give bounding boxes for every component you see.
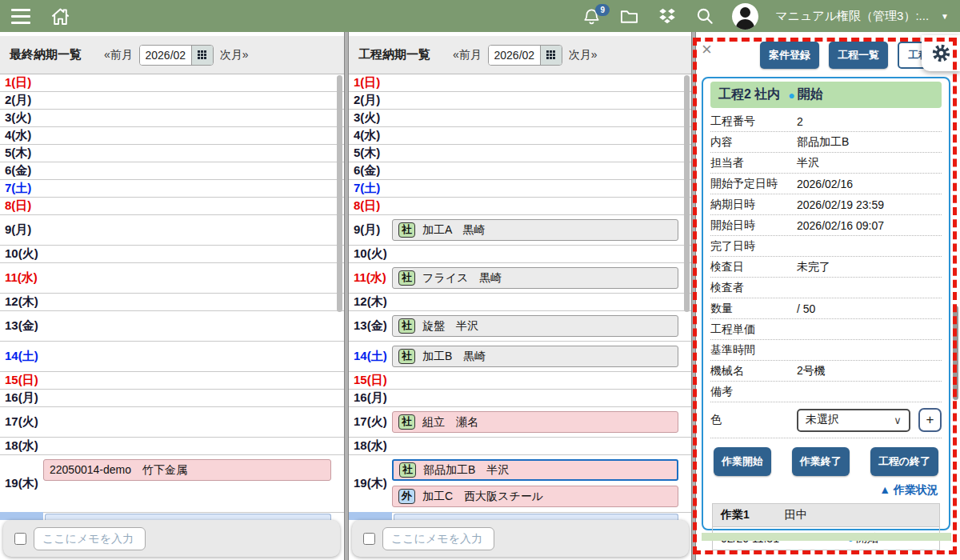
calendar-day-row[interactable]: 15(日) xyxy=(0,372,344,390)
schedule-entry[interactable]: 社旋盤 半沢 xyxy=(392,315,678,337)
calendar-day-row[interactable]: 14(土)社加工B 黒崎 xyxy=(349,342,691,372)
user-avatar[interactable] xyxy=(732,3,758,30)
add-color-button[interactable]: + xyxy=(918,408,942,432)
calendar-day-row[interactable]: 9(月) xyxy=(0,215,344,246)
next-month-button[interactable]: 次月» xyxy=(569,48,598,62)
calendar-day-row[interactable]: 10(火) xyxy=(0,246,344,263)
folder-icon[interactable] xyxy=(618,6,640,27)
calendar-day-row[interactable]: 19(木)社部品加工B 半沢外加工C 西大阪スチール xyxy=(349,455,691,513)
schedule-entry[interactable]: 22050014-demo 竹下金属 xyxy=(43,459,331,481)
calendar-day-row[interactable]: 10(火) xyxy=(349,246,691,263)
action-button[interactable]: 工程の終了 xyxy=(870,447,938,476)
scrollbar-thumb[interactable] xyxy=(684,75,690,312)
month-nav: «前月 次月» xyxy=(453,45,598,66)
calendar-day-row[interactable]: 15(日) xyxy=(349,372,691,390)
field-label: 基準時間 xyxy=(710,343,797,358)
home-icon[interactable] xyxy=(50,6,71,27)
memo-checkbox[interactable] xyxy=(363,533,375,545)
calendar-day-row[interactable]: 5(木) xyxy=(0,145,344,162)
calendar-day-row[interactable]: 11(水)社フライス 黒崎 xyxy=(349,263,691,294)
user-menu-caret-icon[interactable]: ▼ xyxy=(941,12,949,21)
field-value: 半沢 xyxy=(797,156,819,170)
field-label: 内容 xyxy=(710,135,797,150)
field-value: 2026/02/19 23:59 xyxy=(797,198,884,211)
calendar-day-row[interactable]: 5(木) xyxy=(349,145,691,162)
schedule-entry[interactable]: 社加工A 黒崎 xyxy=(392,219,678,241)
scrollbar-thumb[interactable] xyxy=(337,75,342,312)
prev-month-button[interactable]: «前月 xyxy=(453,48,482,62)
calendar-day-row[interactable]: 7(土) xyxy=(0,180,344,198)
memo-checkbox[interactable] xyxy=(14,533,26,545)
calendar-day-row[interactable]: 4(水) xyxy=(349,127,691,145)
calendar-day-row[interactable]: 12(木) xyxy=(349,294,691,311)
calendar-day-row[interactable]: 1(日) xyxy=(0,74,344,92)
dropbox-icon[interactable] xyxy=(657,6,678,26)
calendar-day-row[interactable]: 17(火)社組立 瀬名 xyxy=(349,407,691,438)
calendar-day-row[interactable]: 1(日) xyxy=(349,74,691,92)
work-name: 作業1 xyxy=(721,508,750,522)
calendar-day-row[interactable]: 16(月) xyxy=(349,390,691,407)
panel-splitter[interactable] xyxy=(691,32,696,560)
schedule-entry[interactable]: 社加工B 黒崎 xyxy=(392,346,678,367)
calendar-day-row[interactable]: 6(金) xyxy=(349,162,691,180)
notification-count-badge: 9 xyxy=(595,4,610,16)
calendar-day-row[interactable]: 13(金) xyxy=(0,311,344,342)
calendar-day-row[interactable]: 11(水) xyxy=(0,263,344,294)
calendar-day-row[interactable]: 4(水) xyxy=(0,127,344,145)
calendar-picker-icon[interactable] xyxy=(540,46,562,65)
partial-day-row xyxy=(0,512,344,520)
calendar-day-row[interactable]: 6(金) xyxy=(0,162,344,180)
menu-icon[interactable] xyxy=(11,9,30,24)
register-case-button[interactable]: 案件登録 xyxy=(760,42,819,69)
calendar-day-row[interactable]: 19(木)22050014-demo 竹下金属 xyxy=(0,455,344,513)
month-input[interactable] xyxy=(489,46,540,65)
month-input[interactable] xyxy=(140,46,191,65)
settings-panel-tab[interactable] xyxy=(922,35,960,71)
process-detail-header: 工程2 社内 ● 開始 xyxy=(710,82,942,108)
prev-month-button[interactable]: «前月 xyxy=(104,48,133,62)
calendar-day-row[interactable]: 3(火) xyxy=(349,110,691,127)
close-detail-button[interactable]: × xyxy=(702,41,712,58)
action-button[interactable]: 作業開始 xyxy=(714,447,771,476)
next-month-button[interactable]: 次月» xyxy=(220,48,249,62)
field-label: 備考 xyxy=(710,385,797,399)
entry-type-badge: 社 xyxy=(398,270,415,286)
calendar-day-row[interactable]: 2(月) xyxy=(349,92,691,110)
panel-splitter[interactable] xyxy=(344,32,349,560)
calendar-day-row[interactable]: 12(木) xyxy=(0,294,344,311)
day-label: 12(木) xyxy=(0,294,42,310)
day-label: 19(木) xyxy=(0,476,42,491)
calendar-day-row[interactable]: 18(水) xyxy=(349,438,691,455)
calendar-day-row[interactable]: 3(火) xyxy=(0,110,344,127)
final-deadline-title: 最終納期一覧 xyxy=(10,47,82,62)
calendar-day-row[interactable]: 7(土) xyxy=(349,180,691,198)
schedule-entry[interactable]: 社組立 瀬名 xyxy=(392,411,678,433)
notifications-bell-icon[interactable]: 9 xyxy=(582,6,602,26)
calendar-day-row[interactable]: 2(月) xyxy=(0,92,344,110)
memo-input[interactable] xyxy=(34,527,146,550)
calendar-picker-icon[interactable] xyxy=(191,46,213,65)
detail-field-row: 完了日時 xyxy=(710,236,942,257)
calendar-day-row[interactable]: 18(水) xyxy=(0,438,344,455)
calendar-day-row[interactable]: 13(金)社旋盤 半沢 xyxy=(349,311,691,342)
schedule-entry[interactable]: 社部品加工B 半沢 xyxy=(392,459,678,481)
memo-input[interactable] xyxy=(382,527,494,550)
process-list-button[interactable]: 工程一覧 xyxy=(829,42,888,69)
calendar-day-row[interactable]: 16(月) xyxy=(0,390,344,407)
calendar-day-row[interactable]: 8(日) xyxy=(0,198,344,215)
detail-fields: 工程番号2内容部品加工B担当者半沢開始予定日時2026/02/16納期日時202… xyxy=(710,111,942,402)
calendar-day-row[interactable]: 8(日) xyxy=(349,198,691,215)
page-scrollbar-thumb[interactable] xyxy=(953,306,958,400)
schedule-entry[interactable]: 外加工C 西大阪スチール xyxy=(392,486,678,507)
calendar-day-row[interactable]: 14(土) xyxy=(0,342,344,372)
work-status-toggle[interactable]: ▲ 作業状況 xyxy=(710,483,938,498)
action-button[interactable]: 作業終了 xyxy=(792,447,850,476)
day-label: 9(月) xyxy=(349,222,390,238)
action-button-row: 作業開始作業終了工程の終了 xyxy=(710,447,942,476)
entry-type-badge: 社 xyxy=(398,318,415,334)
search-icon[interactable] xyxy=(694,6,715,26)
calendar-day-row[interactable]: 9(月)社加工A 黒崎 xyxy=(349,215,691,246)
calendar-day-row[interactable]: 17(火) xyxy=(0,407,344,438)
schedule-entry[interactable]: 社フライス 黒崎 xyxy=(392,267,678,289)
color-select[interactable]: 未選択 ∨ xyxy=(797,409,910,432)
